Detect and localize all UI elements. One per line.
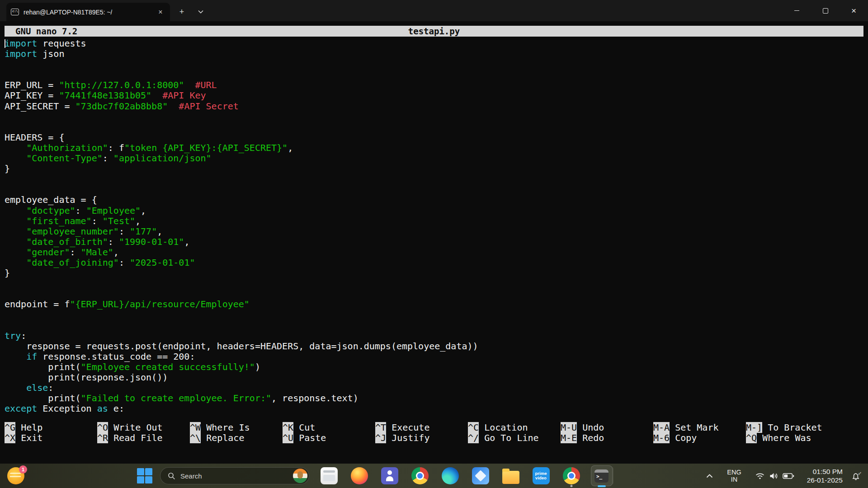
nano-titlebar: GNU nano 7.2 testapi.py — [5, 26, 863, 37]
search-doodle-image[interactable] — [293, 469, 307, 483]
search-icon — [168, 472, 175, 480]
edge-icon[interactable] — [435, 464, 465, 488]
nano-shortcuts-row1: ^G Help^O Write Out^W Where Is^K Cut^T E… — [5, 422, 839, 433]
new-tab-button[interactable]: + — [175, 5, 189, 19]
taskbar-apps: primevideo>_ — [314, 464, 617, 488]
nano-shortcut: ^Q Where Was — [746, 433, 839, 443]
code-line — [5, 59, 863, 70]
prime-video-icon[interactable]: primevideo — [526, 464, 556, 488]
code-line: import requests — [5, 38, 863, 49]
chrome-glyph — [411, 467, 429, 484]
windows-logo-icon — [137, 468, 152, 483]
teams-icon[interactable] — [374, 464, 405, 488]
nano-shortcut: ^\ Replace — [190, 433, 283, 443]
terminal-icon[interactable]: >_ — [586, 464, 617, 488]
code-area[interactable]: import requestsimport jsonERP_URL = "htt… — [5, 38, 863, 414]
chevron-down-icon — [198, 10, 203, 14]
speaker-icon — [769, 472, 778, 480]
firefox-icon[interactable] — [344, 464, 374, 488]
window-titlebar: c:\ rehan@LAPTOP-N81T89E5: ~/ × + × — [0, 0, 868, 21]
nano-shortcut: M-U Undo — [561, 422, 653, 433]
nano-shortcut: ^K Cut — [283, 422, 375, 433]
nano-shortcut: ^J Justify — [375, 433, 468, 443]
weather-widget-icon: 1 — [7, 467, 24, 484]
nano-shortcut: ^O Write Out — [97, 422, 190, 433]
code-line: employee_data = { — [5, 195, 863, 205]
folder-icon[interactable] — [495, 464, 526, 488]
quick-settings-button[interactable] — [751, 469, 798, 483]
code-line: "first_name": "Test", — [5, 216, 863, 226]
nano-shortcut: M-A Set Mark — [653, 422, 746, 433]
code-line: API_KEY = "7441f48e1381b05" #API Key — [5, 90, 863, 101]
language-indicator[interactable]: ENG IN — [724, 468, 744, 484]
code-line: print("Employee created successfully!") — [5, 362, 863, 372]
taskbar-center: Search primevideo>_ — [134, 464, 617, 488]
command-prompt-icon: c:\ — [11, 9, 19, 15]
hidden-icons-button[interactable] — [703, 467, 716, 485]
blue-app-icon[interactable] — [465, 464, 495, 488]
time-label: 01:50 PM — [807, 467, 843, 476]
close-icon: × — [851, 6, 856, 15]
start-button[interactable] — [134, 465, 156, 487]
code-line: "Content-Type": "application/json" — [5, 153, 863, 164]
code-line: except Exception as e: — [5, 404, 863, 414]
code-line: response = requests.post(endpoint, heade… — [5, 341, 863, 352]
widgets-button[interactable]: 1 — [7, 464, 24, 488]
code-line: "doctype": "Employee", — [5, 206, 863, 216]
code-line: "Authorization": f"token {API_KEY}:{API_… — [5, 143, 863, 153]
minimize-icon — [794, 10, 799, 11]
nano-shortcut: ^C Location — [468, 422, 561, 433]
white-window-icon[interactable] — [314, 464, 344, 488]
minimize-button[interactable] — [783, 0, 811, 21]
tab-dropdown-button[interactable] — [193, 5, 208, 19]
active-indicator — [598, 485, 606, 487]
chrome-icon[interactable] — [405, 464, 435, 488]
running-indicator — [570, 485, 572, 487]
nano-shortcut: ^U Paste — [283, 433, 375, 443]
code-line: API_SECRET = "73dbc7f02ab8bb8" #API Secr… — [5, 101, 863, 112]
code-line — [5, 310, 863, 320]
nano-shortcut: M-E Redo — [561, 433, 653, 443]
search-input[interactable]: Search — [160, 467, 309, 484]
prime-video-glyph: primevideo — [533, 467, 550, 484]
nano-shortcut: ^X Exit — [5, 433, 97, 443]
svg-text:z: z — [860, 471, 861, 474]
language-code: ENG — [727, 469, 741, 476]
code-line: HEADERS = { — [5, 132, 863, 143]
clock[interactable]: 01:50 PM 26-01-2025 — [804, 466, 845, 485]
code-line: if response.status_code == 200: — [5, 352, 863, 362]
close-button[interactable]: × — [840, 0, 868, 21]
code-line: "date_of_birth": "1990-01-01", — [5, 237, 863, 247]
white-window-glyph — [321, 467, 338, 484]
terminal-tab[interactable]: c:\ rehan@LAPTOP-N81T89E5: ~/ × — [6, 3, 170, 21]
teams-glyph — [381, 467, 398, 484]
notification-bell-button[interactable]: z z — [849, 467, 864, 485]
search-placeholder: Search — [180, 472, 288, 480]
nano-shortcut: ^T Execute — [375, 422, 468, 433]
nano-shortcut: M-6 Copy — [653, 433, 746, 443]
nano-shortcut-bar: ^G Help^O Write Out^W Where Is^K Cut^T E… — [5, 422, 839, 443]
maximize-button[interactable] — [811, 0, 840, 21]
tab-close-icon[interactable]: × — [156, 7, 165, 17]
terminal-window: GNU nano 7.2 testapi.py import requestsi… — [0, 21, 868, 464]
edge-glyph — [442, 467, 459, 484]
maximize-icon — [823, 8, 828, 14]
code-line: "employee_number": "177", — [5, 226, 863, 237]
code-line — [5, 174, 863, 184]
code-line: else: — [5, 383, 863, 393]
code-line — [5, 70, 863, 80]
notification-badge: 1 — [19, 465, 27, 474]
code-line — [5, 278, 863, 289]
system-tray: ENG IN 01:50 PM 26-01-2025 — [703, 464, 864, 488]
date-label: 26-01-2025 — [807, 476, 843, 484]
nano-shortcut: M-] To Bracket — [746, 422, 839, 433]
code-line: try: — [5, 331, 863, 341]
chrome-2-glyph — [563, 467, 580, 484]
bell-sleep-icon: z z — [851, 471, 862, 481]
chrome-2-icon[interactable] — [556, 464, 586, 488]
code-line: } — [5, 164, 863, 174]
code-line — [5, 112, 863, 122]
code-line: "gender": "Male", — [5, 247, 863, 258]
code-line: endpoint = f"{ERP_URL}/api/resource/Empl… — [5, 299, 863, 310]
wifi-icon — [755, 472, 765, 480]
